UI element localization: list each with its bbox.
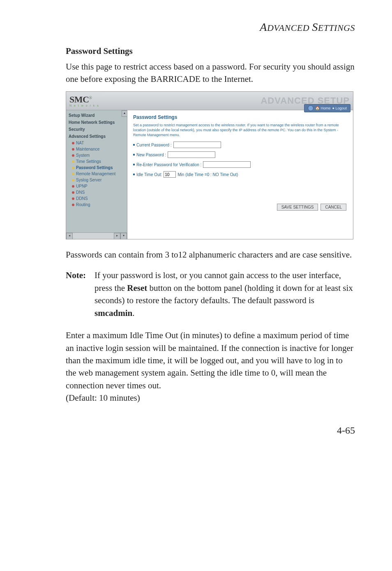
bullet-icon <box>72 179 74 181</box>
bullet-icon <box>72 185 74 188</box>
section-title: Password Settings <box>66 46 355 56</box>
sidebar-item-remote[interactable]: Remote Management <box>66 171 127 177</box>
scroll-left-arrow[interactable]: ◂ <box>66 233 73 239</box>
bullet-icon <box>72 148 74 151</box>
sidebar: ▲ Setup Wizard Home Network Settings Sec… <box>66 110 127 239</box>
sidebar-item-syslog[interactable]: Syslog Server <box>66 177 127 183</box>
smc-logo: SMC® <box>69 94 99 105</box>
sidebar-hscroll[interactable]: ◂ ▸ ▾ <box>66 232 127 239</box>
running-head: ADVANCED SETTINGS <box>66 21 355 34</box>
sidebar-item-upnp[interactable]: UPNP <box>66 183 127 189</box>
router-screenshot: SMC® N e t w o r k s ADVANCED SETUP 🏠 Ho… <box>66 91 353 239</box>
scroll-right-arrow[interactable]: ▸ <box>114 233 120 239</box>
bullet-icon <box>72 160 74 163</box>
bullet-icon <box>72 204 74 206</box>
idle-timeout-input[interactable] <box>164 171 176 178</box>
sidebar-setup-wizard[interactable]: Setup Wizard <box>66 112 127 119</box>
note-label: Note: <box>66 269 95 319</box>
bullet-icon <box>133 174 135 175</box>
idle-paragraph: Enter a maximum Idle Time Out (in minute… <box>66 329 355 404</box>
sidebar-item-time[interactable]: Time Settings <box>66 158 127 165</box>
running-head-text: DVANCED <box>267 23 312 33</box>
sidebar-item-system[interactable]: System <box>66 152 127 158</box>
current-password-input[interactable] <box>173 142 221 148</box>
cancel-button[interactable]: CANCEL <box>321 204 346 211</box>
home-link[interactable]: 🏠 Home <box>315 106 331 110</box>
logout-link[interactable]: ● Logout <box>332 106 347 110</box>
bullet-icon <box>72 197 74 200</box>
bullet-icon <box>72 142 74 144</box>
bullet-icon <box>72 154 74 157</box>
bullet-icon <box>133 144 135 146</box>
intro-paragraph: Use this page to restrict access based o… <box>66 60 355 86</box>
sidebar-security[interactable]: Security <box>66 126 127 133</box>
idle-label-post: Min (Idle Time =0 : NO Time Out) <box>178 172 238 177</box>
sidebar-home-network[interactable]: Home Network Settings <box>66 119 127 126</box>
sidebar-item-maintenance[interactable]: Maintenance <box>66 146 127 152</box>
button-row: SAVE SETTINGS CANCEL <box>277 204 346 211</box>
sidebar-item-dns[interactable]: DNS <box>66 189 127 195</box>
sidebar-item-ddns[interactable]: DDNS <box>66 195 127 202</box>
bullet-icon <box>72 167 74 169</box>
content-heading: Password Settings <box>133 114 347 120</box>
sidebar-item-routing[interactable]: Routing <box>66 202 127 208</box>
bullet-icon <box>72 173 74 175</box>
reset-bold: Reset <box>127 283 147 293</box>
note-text: If your password is lost, or you cannot … <box>95 269 355 319</box>
sidebar-advanced[interactable]: Advanced Settings <box>66 133 127 140</box>
default-pw-bold: smcadmin <box>95 308 132 318</box>
bullet-icon <box>133 164 135 165</box>
new-password-input[interactable] <box>168 151 215 158</box>
row-reenter-password: Re-Enter Password for Verification : <box>133 161 347 168</box>
scroll-down-arrow[interactable]: ▾ <box>120 233 127 239</box>
smc-logo-block: SMC® N e t w o r k s <box>69 94 99 107</box>
smc-logo-sub: N e t w o r k s <box>69 104 99 107</box>
reenter-password-label: Re-Enter Password for Verification : <box>136 162 201 167</box>
sidebar-item-password[interactable]: Password Settings <box>66 165 127 171</box>
bullet-icon <box>133 154 135 156</box>
scroll-up-arrow[interactable]: ▲ <box>122 110 127 117</box>
row-new-password: New Password : <box>133 151 347 158</box>
content-pane: Password Settings Set a password to rest… <box>127 110 353 239</box>
reenter-password-input[interactable] <box>203 161 251 168</box>
content-desc: Set a password to restrict management ac… <box>133 123 347 137</box>
row-current-password: Current Password : <box>133 142 347 148</box>
router-body: ▲ Setup Wizard Home Network Settings Sec… <box>66 110 353 239</box>
bullet-icon <box>72 191 74 194</box>
after-image-paragraph: Passwords can contain from 3 to12 alphan… <box>66 248 355 261</box>
save-settings-button[interactable]: SAVE SETTINGS <box>277 204 318 211</box>
row-idle-timeout: Idle Time Out: Min (Idle Time =0 : NO Ti… <box>133 171 347 178</box>
note-block: Note: If your password is lost, or you c… <box>66 269 355 319</box>
sidebar-item-nat[interactable]: NAT <box>66 140 127 146</box>
idle-label-pre: Idle Time Out: <box>136 172 162 177</box>
new-password-label: New Password : <box>136 153 166 157</box>
current-password-label: Current Password : <box>136 143 172 147</box>
page-number: 4-65 <box>66 425 355 436</box>
